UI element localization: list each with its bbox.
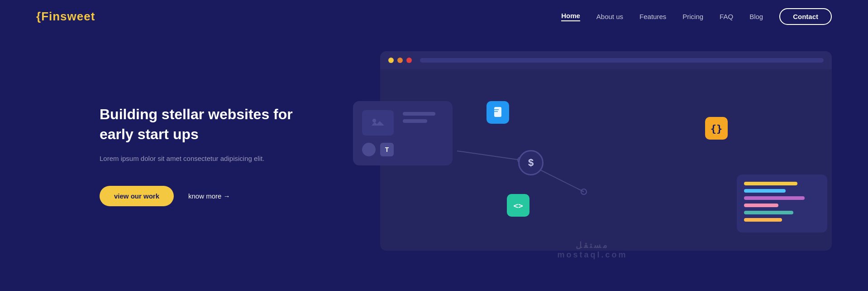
code-braces-icon-box: {} (705, 117, 728, 140)
code-line-6 (744, 218, 782, 222)
code-card (737, 175, 827, 233)
card-line-2 (403, 119, 427, 123)
svg-rect-6 (494, 107, 501, 117)
card-t-box: T (380, 143, 394, 156)
svg-rect-0 (370, 116, 386, 129)
logo-name: Finsweet (41, 10, 95, 23)
logo: {Finsweet (36, 10, 95, 24)
hero-actions: view our work know more → (100, 186, 317, 206)
card-circle (362, 143, 376, 156)
nav-home[interactable]: Home (561, 12, 580, 21)
nav-blog[interactable]: Blog (749, 13, 763, 20)
code-line-4 (744, 204, 778, 207)
dollar-circle: $ (518, 150, 544, 175)
header: {Finsweet Home About us Features Pricing… (0, 0, 868, 33)
card-text-lines (403, 110, 444, 123)
svg-line-2 (457, 151, 520, 160)
browser-address-bar (420, 58, 824, 63)
file-icon-box (486, 101, 509, 124)
browser-dot-orange (397, 58, 403, 63)
hero-text-block: Building stellar websites for early star… (100, 105, 317, 206)
nav-features[interactable]: Features (639, 13, 666, 20)
connection-lines (444, 115, 661, 223)
content-card: T (353, 101, 453, 165)
angle-brackets-icon-box: <> (507, 194, 529, 217)
code-line-1 (744, 182, 797, 185)
code-line-5 (744, 211, 793, 214)
know-more-link[interactable]: know more → (188, 192, 230, 200)
card-bottom-row: T (362, 143, 444, 156)
card-line-1 (403, 112, 435, 116)
hero-section: Building stellar websites for early star… (0, 33, 868, 287)
view-work-button[interactable]: view our work (100, 186, 174, 206)
watermark-line2: mostaql.com (557, 250, 627, 260)
nav-pricing[interactable]: Pricing (682, 13, 703, 20)
code-line-2 (744, 189, 786, 193)
hero-illustration: T {} $ <> (353, 51, 832, 260)
hero-headline: Building stellar websites for early star… (100, 105, 317, 144)
main-nav: Home About us Features Pricing FAQ Blog … (561, 8, 832, 25)
browser-dot-red (406, 58, 412, 63)
nav-faq[interactable]: FAQ (720, 13, 733, 20)
code-line-3 (744, 196, 805, 200)
browser-dot-yellow (388, 58, 394, 63)
watermark: مستقل mostaql.com (557, 240, 627, 260)
watermark-line1: مستقل (557, 240, 627, 250)
card-image (362, 110, 394, 136)
logo-brace-open: { (36, 10, 41, 23)
contact-button[interactable]: Contact (779, 8, 832, 25)
svg-point-1 (372, 119, 376, 122)
browser-toolbar (380, 51, 832, 69)
nav-about[interactable]: About us (596, 13, 623, 20)
hero-subtext: Lorem ipsum dolor sit amet consectetur a… (100, 153, 317, 164)
